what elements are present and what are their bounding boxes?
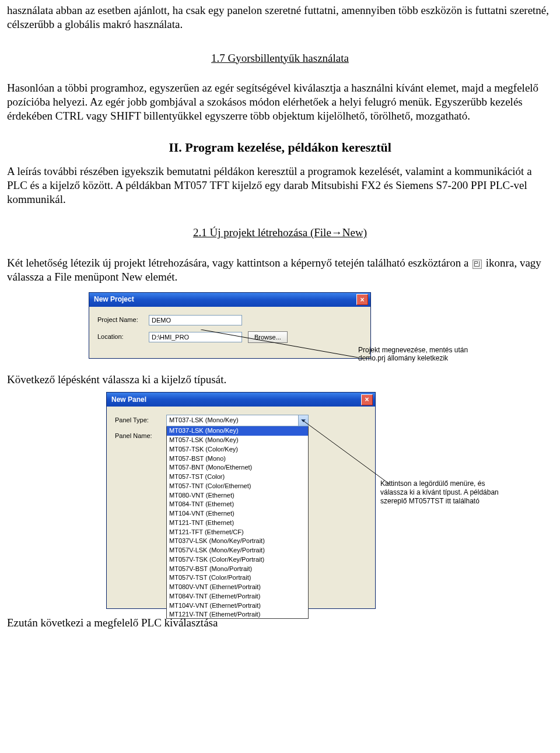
panel-type-option[interactable]: MT057V-TSK (Color/Key/Portrait)	[167, 555, 308, 565]
panel-type-select[interactable]: MT037-LSK (Mono/Key)	[166, 415, 309, 426]
panel-type-option[interactable]: MT057V-LSK (Mono/Key/Portrait)	[167, 546, 308, 555]
paragraph-newproject: Két lehetőség létezik új projekt létreho…	[7, 256, 553, 284]
panel-type-option[interactable]: MT080V-VNT (Ethernet/Portrait)	[167, 583, 308, 592]
new-file-icon	[473, 260, 482, 269]
panel-type-option[interactable]: MT057-TSK (Color/Key)	[167, 445, 308, 454]
browse-button[interactable]: Browse...	[248, 331, 288, 343]
location-label: Location:	[97, 333, 149, 341]
close-icon[interactable]: ×	[361, 394, 373, 405]
panel-type-option[interactable]: MT121V-TNT (Ethernet/Portrait)	[167, 610, 308, 619]
panel-type-option[interactable]: MT084V-TNT (Ethernet/Portrait)	[167, 592, 308, 601]
panel-type-label: Panel Type:	[115, 416, 166, 425]
panel-type-option[interactable]: MT121-TFT (Ethernet/CF)	[167, 528, 308, 537]
figure-new-project: New Project × Project Name: Location: Br…	[89, 292, 480, 359]
new-panel-dialog: New Panel × Panel Type: MT037-LSK (Mono/…	[106, 392, 376, 609]
panel-type-option[interactable]: MT057-TNT (Color/Ethernet)	[167, 482, 308, 491]
project-name-label: Project Name:	[97, 316, 149, 324]
dialog-title: New Project	[94, 295, 134, 304]
dialog-titlebar: New Panel ×	[107, 393, 375, 407]
panel-name-label: Panel Name:	[115, 432, 166, 440]
panel-type-options[interactable]: MT037-LSK (Mono/Key)MT057-LSK (Mono/Key)…	[166, 426, 309, 619]
callout-text: Projekt megnevezése, mentés után demo.pr…	[358, 346, 475, 363]
panel-type-option[interactable]: MT057V-TST (Color/Portrait)	[167, 573, 308, 583]
panel-type-option[interactable]: MT104-VNT (Ethernet)	[167, 509, 308, 519]
panel-type-option[interactable]: MT121-TNT (Ethernet)	[167, 519, 308, 528]
paragraph-II: A leírás további részében igyekszik bemu…	[7, 164, 553, 206]
subheading-2-1: 2.1 Új projekt létrehozása (File→New)	[7, 226, 553, 240]
panel-type-option[interactable]: MT057V-BST (Mono/Portrait)	[167, 565, 308, 574]
close-icon[interactable]: ×	[356, 294, 368, 305]
heading-II: II. Program kezelése, példákon keresztül	[7, 139, 553, 156]
new-project-dialog: New Project × Project Name: Location: Br…	[89, 292, 371, 359]
panel-type-option[interactable]: MT057-LSK (Mono/Key)	[167, 436, 308, 445]
location-input[interactable]	[149, 332, 242, 342]
paragraph-1-7: Hasonlóan a többi programhoz, egyszerűen…	[7, 81, 553, 122]
project-name-input[interactable]	[149, 315, 242, 325]
panel-type-option[interactable]: MT080-VNT (Ethernet)	[167, 491, 308, 500]
callout-text: Kattintson a legördülő menüre, és válass…	[380, 479, 503, 506]
panel-type-option[interactable]: MT057-TST (Color)	[167, 472, 308, 482]
paragraph-intro: használata abban az esetben ajánlott, ha…	[7, 3, 553, 31]
paragraph-newproject-a: Két lehetőség létezik új projekt létreho…	[7, 257, 471, 269]
panel-type-option[interactable]: MT037-LSK (Mono/Key)	[167, 426, 308, 436]
panel-type-option[interactable]: MT037V-LSK (Mono/Key/Portrait)	[167, 537, 308, 546]
dialog-titlebar: New Project ×	[89, 293, 370, 307]
panel-type-selected: MT037-LSK (Mono/Key)	[169, 416, 239, 425]
panel-type-option[interactable]: MT104V-VNT (Ethernet/Portrait)	[167, 601, 308, 611]
figure-new-panel: New Panel × Panel Type: MT037-LSK (Mono/…	[106, 392, 520, 609]
panel-type-option[interactable]: MT057-BNT (Mono/Ethernet)	[167, 463, 308, 472]
panel-type-option[interactable]: MT057-BST (Mono)	[167, 454, 308, 464]
subheading-1-7: 1.7 Gyorsbillentyűk használata	[7, 51, 553, 65]
chevron-down-icon[interactable]	[298, 415, 308, 426]
dialog-title: New Panel	[111, 395, 146, 404]
paragraph-nextstep: Következő lépésként válassza ki a kijelz…	[7, 373, 553, 387]
panel-type-option[interactable]: MT084-TNT (Ethernet)	[167, 500, 308, 509]
